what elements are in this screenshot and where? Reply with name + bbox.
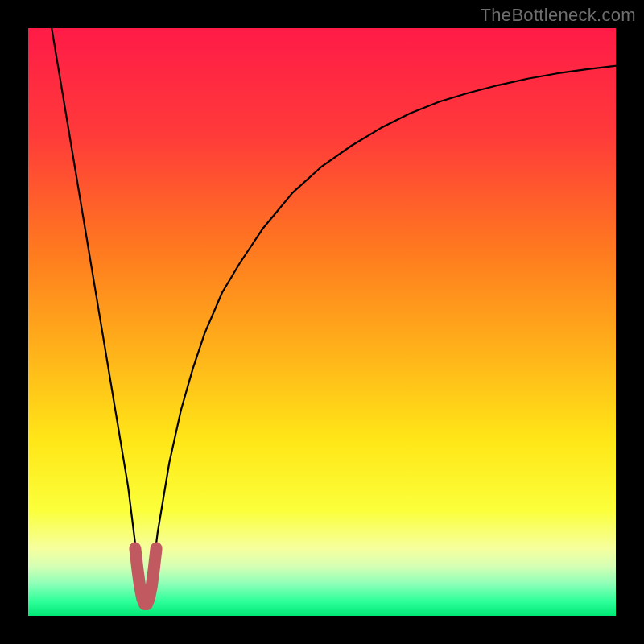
bottleneck-curve [52, 28, 616, 607]
optimum-marker [135, 548, 156, 604]
plot-area [28, 28, 616, 616]
curve-layer [28, 28, 616, 616]
watermark-text: TheBottleneck.com [481, 5, 636, 26]
chart-frame: TheBottleneck.com [0, 0, 644, 644]
